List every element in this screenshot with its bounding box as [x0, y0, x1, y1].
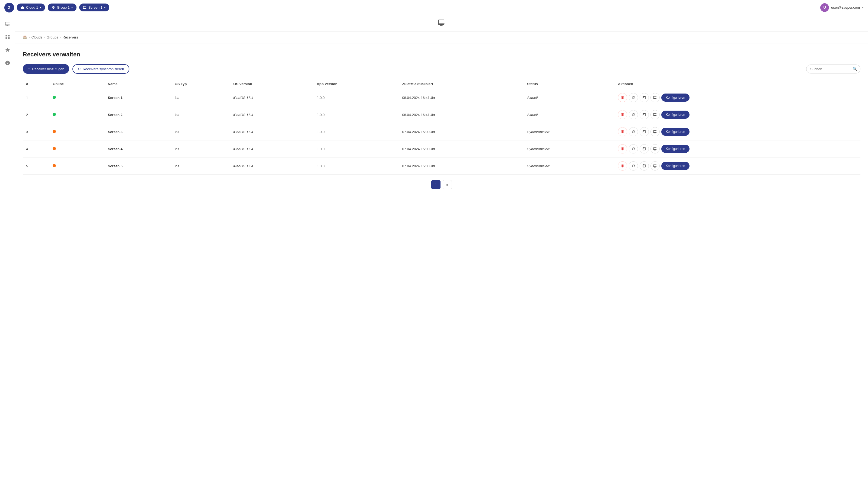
online-dot	[53, 130, 56, 133]
cell-last-updated: 08.04.2024 16:41Uhr	[399, 89, 524, 106]
breadcrumb-sep-1: ›	[29, 36, 30, 39]
action-bar: + Receiver hinzufügen ↻ Receivers synchr…	[23, 64, 860, 74]
sidebar-item-star[interactable]	[2, 44, 13, 55]
configure-button[interactable]: Konfigurieren	[661, 145, 689, 153]
refresh-button[interactable]	[629, 110, 638, 119]
online-dot	[53, 113, 56, 116]
page-btn-1[interactable]: 1	[431, 180, 440, 189]
refresh-button[interactable]	[629, 144, 638, 154]
refresh-button[interactable]	[629, 127, 638, 136]
screen-dropdown[interactable]: Screen 1 ▾	[79, 3, 109, 11]
delete-button[interactable]	[618, 93, 627, 102]
logo-button[interactable]: Z	[4, 3, 14, 12]
delete-button[interactable]	[618, 127, 627, 136]
screen-name: Screen 3	[108, 130, 123, 134]
group-dropdown[interactable]: Group 1 ▾	[48, 3, 76, 11]
calendar-button[interactable]	[640, 127, 649, 136]
cell-os-version: iPadOS 17.4	[230, 140, 314, 158]
group-chevron-icon: ▾	[71, 6, 73, 9]
cell-status: Aktuell	[524, 89, 615, 106]
cell-os-version: iPadOS 17.4	[230, 106, 314, 123]
table-row: 2 Screen 2 ios iPadOS 17.4 1.0.0 08.04.2…	[23, 106, 860, 123]
screen-name: Screen 2	[108, 113, 123, 117]
cell-num: 4	[23, 140, 50, 158]
screen-chevron-icon: ▾	[104, 6, 105, 9]
cell-os-typ: ios	[172, 140, 230, 158]
screen-button[interactable]	[650, 110, 660, 119]
delete-button[interactable]	[618, 110, 627, 119]
cell-actions: Konfigurieren	[615, 123, 860, 140]
delete-button[interactable]	[618, 161, 627, 170]
add-receiver-button[interactable]: + Receiver hinzufügen	[23, 64, 69, 74]
calendar-button[interactable]	[640, 161, 649, 170]
delete-button[interactable]	[618, 144, 627, 154]
screen-preview-bar	[15, 15, 868, 31]
cell-os-version: iPadOS 17.4	[230, 158, 314, 174]
page-btn-next[interactable]: »	[443, 180, 452, 189]
table-body: 1 Screen 1 ios iPadOS 17.4 1.0.0 08.04.2…	[23, 89, 860, 174]
online-dot	[53, 164, 56, 167]
user-menu-button[interactable]: U user@zaeper.com ▾	[820, 3, 864, 12]
page-body: Receivers verwalten + Receiver hinzufüge…	[15, 43, 868, 199]
sidebar-item-grid[interactable]	[2, 31, 13, 42]
screen-name: Screen 1	[108, 96, 123, 100]
page-title: Receivers verwalten	[23, 51, 860, 58]
screen-button[interactable]	[650, 161, 660, 170]
action-buttons: Konfigurieren	[618, 110, 857, 119]
cell-online	[50, 106, 104, 123]
col-header-actions: Aktionen	[615, 79, 860, 89]
breadcrumb: 🏠 › Clouds › Groups › Receivers	[15, 31, 868, 43]
cell-name: Screen 4	[105, 140, 172, 158]
configure-button[interactable]: Konfigurieren	[661, 162, 689, 170]
pagination-area: 1 »	[23, 174, 860, 192]
screen-button[interactable]	[650, 127, 660, 136]
home-icon[interactable]: 🏠	[23, 35, 27, 39]
cell-num: 3	[23, 123, 50, 140]
sidebar-item-screen[interactable]	[2, 19, 13, 29]
cell-num: 5	[23, 158, 50, 174]
sidebar	[0, 15, 15, 488]
cell-os-typ: ios	[172, 106, 230, 123]
configure-button[interactable]: Konfigurieren	[661, 128, 689, 136]
cell-online	[50, 140, 104, 158]
cell-os-typ: ios	[172, 123, 230, 140]
screen-button[interactable]	[650, 93, 660, 102]
configure-button[interactable]: Konfigurieren	[661, 94, 689, 102]
cell-name: Screen 3	[105, 123, 172, 140]
calendar-button[interactable]	[640, 110, 649, 119]
screen-name: Screen 5	[108, 164, 123, 168]
cell-actions: Konfigurieren	[615, 158, 860, 174]
cell-name: Screen 1	[105, 89, 172, 106]
refresh-button[interactable]	[629, 93, 638, 102]
cell-name: Screen 5	[105, 158, 172, 174]
breadcrumb-groups[interactable]: Groups	[46, 35, 58, 39]
screen-button[interactable]	[650, 144, 660, 154]
refresh-button[interactable]	[629, 161, 638, 170]
calendar-button[interactable]	[640, 93, 649, 102]
cell-os-version: iPadOS 17.4	[230, 89, 314, 106]
cell-num: 2	[23, 106, 50, 123]
search-input[interactable]	[806, 65, 860, 73]
cloud-dropdown[interactable]: Cloud 1 ▾	[17, 3, 45, 11]
cell-last-updated: 08.04.2024 16:41Uhr	[399, 106, 524, 123]
cell-last-updated: 07.04.2024 15:00Uhr	[399, 123, 524, 140]
configure-button[interactable]: Konfigurieren	[661, 110, 689, 119]
breadcrumb-current: Receivers	[62, 35, 78, 39]
col-header-last-updated: Zuletzt aktualisiert	[399, 79, 524, 89]
cell-status: Synchronisiert	[524, 140, 615, 158]
calendar-button[interactable]	[640, 144, 649, 154]
breadcrumb-sep-2: ›	[44, 36, 45, 39]
table-row: 5 Screen 5 ios iPadOS 17.4 1.0.0 07.04.2…	[23, 158, 860, 174]
monitor-icon	[83, 6, 87, 9]
search-wrapper: 🔍	[806, 65, 860, 73]
col-header-online: Online	[50, 79, 104, 89]
action-buttons: Konfigurieren	[618, 161, 857, 170]
col-header-num: #	[23, 79, 50, 89]
action-buttons: Konfigurieren	[618, 93, 857, 102]
sync-receivers-button[interactable]: ↻ Receivers synchronisieren	[72, 64, 129, 74]
plus-icon: +	[28, 66, 30, 71]
sidebar-item-info[interactable]	[2, 58, 13, 68]
cell-last-updated: 07.04.2024 15:00Uhr	[399, 140, 524, 158]
cell-os-version: iPadOS 17.4	[230, 123, 314, 140]
breadcrumb-clouds[interactable]: Clouds	[31, 35, 42, 39]
